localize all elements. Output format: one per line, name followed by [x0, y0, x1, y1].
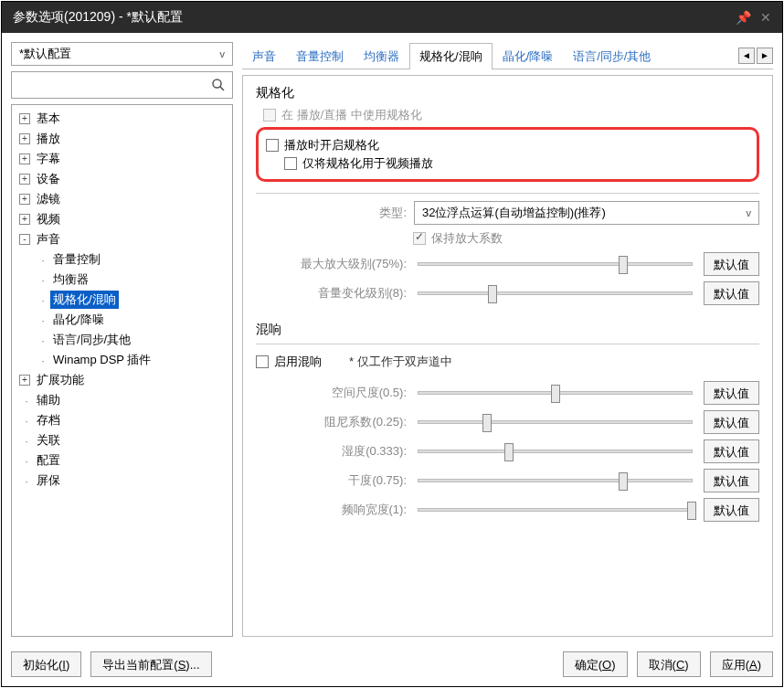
- expand-icon[interactable]: +: [19, 194, 30, 205]
- enable-on-play-row[interactable]: 播放时开启规格化: [266, 137, 749, 153]
- search-input[interactable]: [17, 79, 210, 92]
- max-amp-slider[interactable]: [418, 262, 693, 266]
- ok-button[interactable]: 确定(O): [563, 651, 628, 677]
- tree-item[interactable]: ·屏保: [14, 471, 230, 491]
- space-label: 空间尺度(0.5):: [256, 385, 407, 401]
- expand-icon[interactable]: +: [19, 133, 30, 144]
- tree-item[interactable]: ·Winamp DSP 插件: [14, 350, 230, 370]
- chevron-down-icon: v: [747, 207, 752, 218]
- collapse-icon[interactable]: -: [19, 234, 30, 245]
- tree-leaf-icon: ·: [19, 434, 34, 448]
- tree-leaf-icon: ·: [36, 313, 50, 327]
- tree-item[interactable]: ·存档: [14, 410, 230, 430]
- vol-change-slider[interactable]: [418, 291, 693, 295]
- tab[interactable]: 晶化/降噪: [493, 43, 564, 69]
- tab[interactable]: 规格化/混响: [409, 43, 493, 69]
- settings-panel: 规格化 在 播放/直播 中使用规格化 播放时开启规格化 仅将规格化用于视频播放: [242, 75, 773, 637]
- tree-item[interactable]: -声音: [14, 229, 230, 249]
- tab[interactable]: 均衡器: [354, 43, 409, 69]
- apply-button[interactable]: 应用(A): [710, 651, 773, 677]
- checkbox-icon: [263, 109, 276, 122]
- type-label: 类型:: [256, 205, 407, 221]
- max-amp-default-button[interactable]: 默认值: [704, 252, 759, 276]
- tree-item[interactable]: +播放: [14, 129, 230, 149]
- tree-item-label: 滤镜: [34, 190, 63, 208]
- expand-icon[interactable]: +: [19, 153, 30, 164]
- tree-item[interactable]: ·关联: [14, 430, 230, 450]
- damp-slider[interactable]: [418, 420, 693, 424]
- tab-scroll-right[interactable]: ►: [757, 48, 773, 64]
- pin-icon[interactable]: 📌: [736, 10, 751, 25]
- tree-item-label: 存档: [34, 411, 63, 429]
- vol-change-default-button[interactable]: 默认值: [704, 281, 759, 305]
- max-amp-label: 最大放大级别(75%):: [256, 256, 407, 272]
- use-in-playback-row: 在 播放/直播 中使用规格化: [256, 107, 759, 123]
- width-default-button[interactable]: 默认值: [704, 498, 759, 522]
- cancel-button[interactable]: 取消(C): [637, 651, 701, 677]
- width-slider[interactable]: [418, 508, 693, 512]
- tree-item-label: 设备: [34, 170, 63, 188]
- reverb-note: * 仅工作于双声道中: [349, 354, 452, 370]
- expand-icon[interactable]: +: [19, 174, 30, 185]
- tree-item[interactable]: +滤镜: [14, 189, 230, 209]
- tree-item[interactable]: +基本: [14, 109, 230, 129]
- tree-item-label: 视频: [34, 210, 63, 228]
- wet-label: 湿度(0.333):: [256, 443, 407, 460]
- tree-item[interactable]: +设备: [14, 169, 230, 189]
- tab-scroll-left[interactable]: ◄: [738, 48, 755, 64]
- profile-combo-value: *默认配置: [19, 46, 71, 62]
- damp-default-button[interactable]: 默认值: [704, 410, 759, 434]
- tree-item-label: Winamp DSP 插件: [50, 351, 154, 369]
- tree-item[interactable]: ·均衡器: [14, 270, 230, 290]
- tree-leaf-icon: ·: [19, 414, 34, 428]
- wet-default-button[interactable]: 默认值: [704, 439, 759, 463]
- search-box[interactable]: [11, 71, 233, 99]
- dry-slider[interactable]: [418, 479, 693, 482]
- export-button[interactable]: 导出当前配置(S)...: [90, 651, 211, 677]
- wet-slider[interactable]: [418, 450, 693, 453]
- tree-item[interactable]: ·语言/同步/其他: [14, 330, 230, 350]
- tree-item[interactable]: ·规格化/混响: [14, 290, 230, 310]
- tree-item-label: 字幕: [34, 150, 63, 168]
- enable-reverb-row[interactable]: 启用混响: [256, 354, 322, 370]
- search-icon: [210, 77, 227, 93]
- tree-item[interactable]: ·晶化/降噪: [14, 310, 230, 330]
- type-select[interactable]: 32位浮点运算(自动增益控制)(推荐) v: [414, 201, 759, 225]
- tree-item[interactable]: +字幕: [14, 149, 230, 169]
- tab[interactable]: 音量控制: [286, 43, 354, 69]
- footer-bar: 初始化(I) 导出当前配置(S)... 确定(O) 取消(C) 应用(A): [2, 646, 782, 686]
- tree-item[interactable]: ·配置: [14, 450, 230, 471]
- space-default-button[interactable]: 默认值: [704, 381, 759, 405]
- tab-bar: 声音音量控制均衡器规格化/混响晶化/降噪语言/同步/其他 ◄ ►: [242, 42, 773, 69]
- tree-item-label: 晶化/降噪: [50, 311, 107, 329]
- tree-item[interactable]: ·辅助: [14, 390, 230, 410]
- tab[interactable]: 声音: [242, 43, 286, 69]
- dry-label: 干度(0.75):: [256, 472, 407, 489]
- checkbox-icon: [413, 232, 426, 245]
- tree-leaf-icon: ·: [19, 454, 34, 468]
- only-video-label: 仅将规格化用于视频播放: [302, 155, 433, 172]
- dry-default-button[interactable]: 默认值: [704, 469, 759, 492]
- expand-icon[interactable]: +: [19, 113, 30, 124]
- tree-item-label: 屏保: [34, 471, 63, 490]
- category-tree[interactable]: +基本+播放+字幕+设备+滤镜+视频-声音·音量控制·均衡器·规格化/混响·晶化…: [11, 104, 233, 637]
- enable-on-play-label: 播放时开启规格化: [284, 137, 379, 153]
- keep-coef-label: 保持放大系数: [431, 230, 503, 247]
- init-button[interactable]: 初始化(I): [11, 651, 81, 677]
- tree-item[interactable]: +扩展功能: [14, 370, 230, 390]
- type-select-value: 32位浮点运算(自动增益控制)(推荐): [422, 205, 606, 221]
- profile-combo[interactable]: *默认配置 v: [11, 42, 233, 66]
- svg-point-0: [213, 79, 221, 88]
- tree-item-label: 播放: [34, 130, 63, 148]
- tree-item[interactable]: ·音量控制: [14, 249, 230, 270]
- close-icon[interactable]: ✕: [760, 10, 771, 25]
- expand-icon[interactable]: +: [19, 214, 30, 225]
- tree-item[interactable]: +视频: [14, 209, 230, 229]
- checkbox-icon: [284, 157, 297, 170]
- tree-item-label: 关联: [34, 431, 63, 450]
- tree-item-label: 语言/同步/其他: [50, 331, 133, 349]
- space-slider[interactable]: [418, 391, 693, 395]
- expand-icon[interactable]: +: [19, 375, 30, 386]
- only-video-row[interactable]: 仅将规格化用于视频播放: [266, 155, 749, 172]
- tab[interactable]: 语言/同步/其他: [563, 43, 661, 69]
